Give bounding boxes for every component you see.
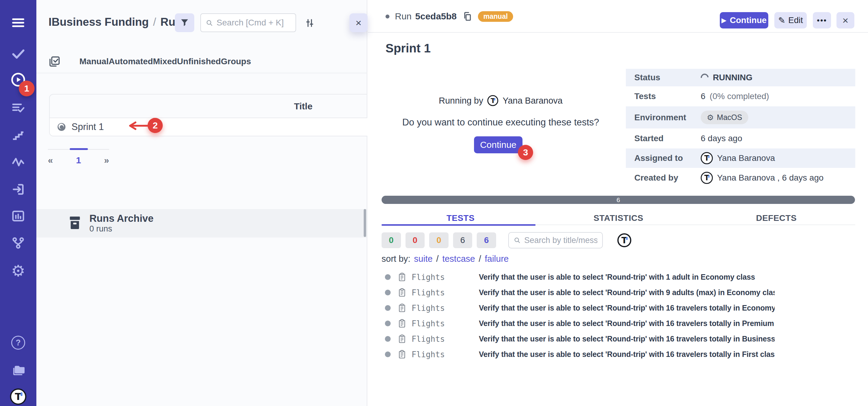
sort-by-suite[interactable]: suite <box>414 254 433 264</box>
run-type-tab[interactable]: Groups <box>221 57 251 66</box>
more-actions-button[interactable]: ••• <box>813 12 831 29</box>
created-value: Yana Baranova , 6 days ago <box>717 173 824 183</box>
run-state-icon <box>58 123 65 131</box>
test-row[interactable]: Flights Verify that the user is able to … <box>368 285 775 300</box>
run-type-tab[interactable]: Manual <box>80 57 108 66</box>
close-filter-panel-button[interactable]: × <box>349 13 368 32</box>
test-title[interactable]: Verify that the user is able to select '… <box>479 288 775 297</box>
filter-button[interactable]: 6 <box>453 232 472 248</box>
run-type-badge: manual <box>478 11 514 22</box>
filter-button[interactable]: 0 <box>405 232 425 248</box>
copy-run-id-button[interactable] <box>462 11 472 22</box>
filter-button[interactable]: 0 <box>429 232 448 248</box>
archive-count: 0 runs <box>89 224 154 233</box>
pagination-page-1[interactable]: 1 <box>76 155 81 165</box>
bulk-select-icon[interactable] <box>49 56 61 68</box>
archive-title: Runs Archive <box>89 213 154 224</box>
runs-search-input[interactable] <box>217 18 291 28</box>
plans-list-check-icon[interactable] <box>0 101 36 115</box>
continue-tests-button[interactable]: Continue <box>474 136 523 153</box>
breadcrumb-project[interactable]: IBusiness Funding <box>49 16 149 29</box>
filter-button[interactable]: 6 <box>477 232 496 248</box>
test-title[interactable]: Verify that the user is able to select '… <box>479 319 775 328</box>
logo-avatar: T <box>10 388 26 405</box>
breadcrumb: IBusiness Funding / Runs <box>49 12 188 32</box>
test-suite-name[interactable]: Flights <box>411 273 479 282</box>
running-spinner-icon <box>699 72 710 83</box>
sort-by-testcase[interactable]: testcase <box>442 254 475 264</box>
test-row[interactable]: Flights Verify that the user is able to … <box>368 347 775 362</box>
run-label: Run <box>395 11 411 22</box>
run-type-tab[interactable]: Mixed <box>153 57 177 66</box>
user-avatar: T <box>701 172 713 184</box>
run-title[interactable]: Sprint 1 <box>71 122 104 132</box>
test-title[interactable]: Verify that the user is able to select '… <box>479 350 775 359</box>
running-by-user: Yana Baranova <box>502 96 562 106</box>
gear-icon: ⚙ <box>707 114 714 122</box>
pagination-first[interactable]: « <box>48 155 53 165</box>
detail-tab[interactable]: TESTS <box>381 212 539 224</box>
settings-gear-icon[interactable]: ⚙ <box>0 263 36 279</box>
run-table-row[interactable]: Sprint 1 <box>50 118 367 136</box>
environment-badge[interactable]: ⚙MacOS <box>701 111 748 124</box>
test-title[interactable]: Verify that the user is able to select '… <box>479 335 775 343</box>
pulse-activity-icon[interactable] <box>0 155 36 169</box>
test-title[interactable]: Verify that the user is able to select '… <box>479 273 755 281</box>
status-value: RUNNING <box>713 73 752 83</box>
tests-note: (0% completed) <box>710 92 769 101</box>
tests-count: 6 <box>701 92 706 101</box>
assignee-filter-avatar[interactable]: T <box>617 233 631 247</box>
test-row[interactable]: Flights Verify that the user is able to … <box>368 300 775 316</box>
import-sign-in-icon[interactable] <box>0 182 36 196</box>
test-title[interactable]: Verify that the user is able to select '… <box>479 304 775 312</box>
filter-button[interactable]: 0 <box>381 232 401 248</box>
tests-search-input[interactable] <box>524 236 597 245</box>
test-suite-name[interactable]: Flights <box>411 335 479 344</box>
tests-check-icon[interactable] <box>0 46 36 61</box>
test-suite-name[interactable]: Flights <box>411 304 479 313</box>
adjustments-sliders-icon[interactable] <box>301 16 319 30</box>
run-type-tab[interactable]: Automated <box>108 57 153 66</box>
test-suite-name[interactable]: Flights <box>411 288 479 297</box>
user-avatar: T <box>701 152 713 164</box>
pagination-last[interactable]: » <box>104 155 109 165</box>
run-info-table: Status RUNNING Tests 6(0% completed) Env… <box>626 69 855 188</box>
progress-count: 6 <box>616 196 620 204</box>
test-status-bullet <box>385 351 391 357</box>
detail-tab[interactable]: STATISTICS <box>539 212 698 224</box>
test-status-bullet <box>385 305 391 311</box>
runs-archive-row[interactable]: Runs Archive 0 runs <box>36 209 367 238</box>
breadcrumb-separator: / <box>153 16 156 29</box>
detail-tab[interactable]: DEFECTS <box>698 212 855 224</box>
test-row[interactable]: Flights Verify that the user is able to … <box>368 269 775 285</box>
active-tab-underline <box>381 224 535 226</box>
pagination: « 1 » <box>48 155 109 165</box>
edit-run-button[interactable]: ✎ Edit <box>774 12 807 29</box>
continue-question: Do you want to continue executing these … <box>385 117 616 128</box>
help-icon[interactable]: ? <box>0 336 36 350</box>
run-type-tabs: ManualAutomatedMixedUnfinishedGroups <box>49 50 251 73</box>
run-status-dot <box>385 14 390 19</box>
test-suite-name[interactable]: Flights <box>411 350 479 359</box>
test-status-bullet <box>385 320 391 326</box>
test-row[interactable]: Flights Verify that the user is able to … <box>368 316 775 331</box>
scrollbar-thumb[interactable] <box>364 209 366 237</box>
close-detail-button[interactable]: × <box>836 12 855 29</box>
user-avatar: T <box>487 95 498 106</box>
pencil-icon: ✎ <box>778 15 785 26</box>
info-row-created: Created by TYana Baranova , 6 days ago <box>626 168 855 188</box>
branches-icon[interactable] <box>0 236 36 250</box>
continue-run-button[interactable]: ▶ Continue <box>720 12 768 29</box>
pagination-active-indicator <box>70 148 88 150</box>
profile-logo-avatar[interactable]: T <box>0 388 36 405</box>
sort-by-failure[interactable]: failure <box>485 254 508 264</box>
test-suite-name[interactable]: Flights <box>411 319 479 328</box>
analytics-bar-chart-icon[interactable] <box>0 209 36 223</box>
run-type-tab[interactable]: Unfinished <box>177 57 221 66</box>
info-row-started: Started 6 days ago <box>626 128 855 149</box>
test-row[interactable]: Flights Verify that the user is able to … <box>368 331 775 347</box>
projects-folders-icon[interactable] <box>0 363 36 377</box>
milestones-steps-icon[interactable] <box>0 128 36 142</box>
menu-icon[interactable] <box>0 16 36 30</box>
filter-button[interactable] <box>175 13 194 32</box>
